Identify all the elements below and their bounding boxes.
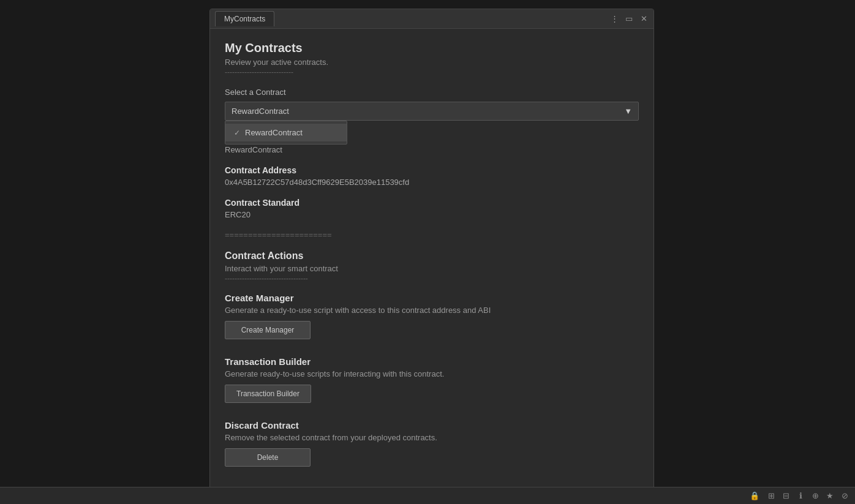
bottom-bar: 🔒 ⊞ ⊟ ℹ ⊕ ★ ⊘ <box>0 487 855 504</box>
actions-divider: ---------------------------------- <box>225 274 639 283</box>
create-manager-desc: Generate a ready-to-use script with acce… <box>225 306 639 315</box>
contract-address-label: Contract Address <box>225 165 639 175</box>
contract-standard-value: ERC20 <box>225 210 639 219</box>
contract-standard-label: Contract Standard <box>225 198 639 208</box>
menu-icon[interactable]: ⋮ <box>609 14 619 23</box>
contract-address-section: Contract Address 0x4A5B12722C57d48d3Cff9… <box>225 165 639 187</box>
check-icon: ✓ <box>234 129 240 137</box>
title-bar: MyContracts ⋮ ▭ ✕ <box>210 9 653 29</box>
contract-actions-desc: Interact with your smart contract <box>225 264 639 273</box>
header-divider: ---------------------------- <box>225 68 639 77</box>
chevron-down-icon: ▼ <box>624 107 632 116</box>
close-icon[interactable]: ✕ <box>639 14 649 23</box>
discard-contract-section: Discard Contract Remove the selected con… <box>225 420 639 467</box>
lock-icon: 🔒 <box>750 491 759 500</box>
contract-dropdown-menu: ✓ RewardContract <box>225 121 347 145</box>
contract-address-value: 0x4A5B12722C57d48d3Cff9629E5B2039e11539c… <box>225 178 639 187</box>
transaction-builder-section: Transaction Builder Generate ready-to-us… <box>225 356 639 403</box>
transaction-builder-button[interactable]: Transaction Builder <box>225 385 311 403</box>
equals-divider: ======================= <box>225 230 639 239</box>
star-icon[interactable]: ★ <box>824 491 835 500</box>
contract-name-value: RewardContract <box>225 145 639 154</box>
select-value: RewardContract <box>232 107 289 116</box>
transaction-builder-title: Transaction Builder <box>225 356 639 367</box>
create-manager-section: Create Manager Generate a ready-to-use s… <box>225 293 639 339</box>
page-title: My Contracts <box>225 41 639 55</box>
discard-contract-title: Discard Contract <box>225 420 639 431</box>
eye-icon[interactable]: ⊘ <box>839 491 850 500</box>
settings-icon[interactable]: ⊟ <box>780 491 791 500</box>
window-content: My Contracts Review your active contract… <box>210 29 653 498</box>
transaction-builder-desc: Generate ready-to-use scripts for intera… <box>225 369 639 378</box>
dropdown-item-reward-contract[interactable]: ✓ RewardContract <box>225 124 347 141</box>
window-controls: ⋮ ▭ ✕ <box>609 14 649 23</box>
page-subtitle: Review your active contracts. <box>225 58 639 67</box>
create-manager-button[interactable]: Create Manager <box>225 321 311 339</box>
maximize-icon[interactable]: ▭ <box>624 14 634 23</box>
create-manager-title: Create Manager <box>225 293 639 303</box>
display-icon[interactable]: ⊞ <box>766 491 777 500</box>
main-window: MyContracts ⋮ ▭ ✕ My Contracts Review yo… <box>209 9 654 498</box>
discard-contract-desc: Remove the selected contract from your d… <box>225 433 639 442</box>
dropdown-item-label: RewardContract <box>245 128 303 137</box>
contract-select[interactable]: RewardContract ▼ <box>225 102 639 121</box>
contract-standard-section: Contract Standard ERC20 <box>225 198 639 219</box>
my-contracts-tab[interactable]: MyContracts <box>215 11 274 26</box>
contract-actions-title: Contract Actions <box>225 250 639 261</box>
info-icon[interactable]: ℹ <box>795 491 806 500</box>
contract-select-wrapper: RewardContract ▼ ✓ RewardContract <box>225 102 639 121</box>
delete-button[interactable]: Delete <box>225 448 311 467</box>
warning-icon[interactable]: ⊕ <box>810 491 821 500</box>
select-contract-label: Select a Contract <box>225 88 639 97</box>
